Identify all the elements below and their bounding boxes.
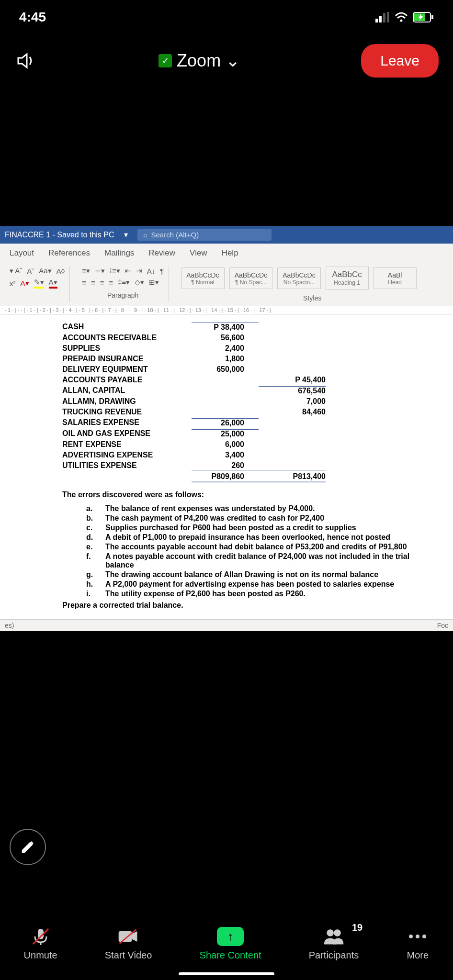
word-titlebar: FINACCRE 1 - Saved to this PC ▾ ⌕ Search… [0, 226, 453, 244]
trial-row: ALLAN, CAPITAL676,540 [62, 385, 415, 396]
meeting-controls: Unmute Start Video ↑ Share Content 19 Pa… [0, 917, 453, 980]
participants-count: 19 [352, 922, 362, 933]
more-button[interactable]: More [406, 927, 429, 961]
bullets-icon[interactable]: ≡▾ [82, 267, 90, 275]
doc-title: FINACCRE 1 - Saved to this PC [5, 231, 114, 239]
styles-group: AaBbCcDc¶ NormalAaBbCcDc¶ No Spac...AaBb… [176, 267, 448, 302]
svg-rect-11 [119, 931, 132, 942]
document-body[interactable]: CASHP 38,400ACCOUNTS RECEIVABLE56,600SUP… [0, 314, 453, 619]
trial-row: RENT EXPENSE6,000 [62, 439, 415, 450]
trial-row: CASHP 38,400 [62, 322, 415, 333]
prepare-instruction: Prepare a corrected trial balance. [62, 601, 415, 610]
font-group: ▾ Aˆ A˘ Aa▾ A◊ x² A▾ ✎▾ A▾ [5, 267, 70, 302]
borders-icon[interactable]: ⊞▾ [149, 278, 159, 287]
start-video-button[interactable]: Start Video [105, 927, 152, 961]
error-list: a.The balance of rent expenses was under… [86, 504, 415, 599]
svg-point-17 [422, 935, 426, 938]
wifi-icon [395, 12, 408, 22]
paragraph-mark-icon[interactable]: ¶ [160, 267, 164, 275]
more-label: More [407, 950, 429, 961]
font-color2-icon[interactable]: A▾ [49, 278, 57, 289]
unmute-label: Unmute [24, 950, 57, 961]
tab-layout[interactable]: Layout [10, 248, 34, 258]
indent-dec-icon[interactable]: ⇤ [125, 267, 131, 275]
search-input[interactable]: ⌕ Search (Alt+Q) [137, 229, 272, 241]
font-shrink-icon[interactable]: A˘ [27, 267, 34, 275]
participants-icon [322, 927, 345, 946]
chevron-down-icon: ⌄ [226, 51, 240, 71]
trial-row: ADVERTISING EXPENSE3,400 [62, 450, 415, 460]
participants-button[interactable]: 19 Participants [309, 927, 359, 961]
word-status-bar: es) Foc [0, 619, 453, 631]
total-debit: P809,860 [192, 472, 259, 482]
tab-view[interactable]: View [190, 248, 207, 258]
ruler[interactable]: · 1 · | · · | · 1 · | · 2 · | · 3 · | · … [0, 306, 453, 314]
error-item: d.A debit of P1,000 to prepaid insurance… [86, 533, 415, 542]
clear-format-icon[interactable]: A◊ [57, 267, 65, 275]
align-center-icon[interactable]: ≡ [91, 278, 95, 287]
share-up-icon: ↑ [217, 927, 244, 946]
multilevel-icon[interactable]: ⁞≡▾ [110, 267, 120, 275]
total-credit: P813,400 [259, 472, 326, 482]
line-spacing-icon[interactable]: ‡≡▾ [118, 278, 130, 287]
trial-row: SUPPLIES2,400 [62, 343, 415, 354]
svg-point-4 [400, 20, 403, 22]
paragraph-group: ≡▾ ≣▾ ⁞≡▾ ⇤ ⇥ A↓ ¶ ≡ ≡ ≡ ≡ ‡≡▾ ◇▾ ⊞▾ Par… [77, 267, 169, 302]
style-option[interactable]: AaBbCcDc¶ Normal [181, 267, 224, 289]
numbering-icon[interactable]: ≣▾ [95, 267, 105, 275]
tab-help[interactable]: Help [222, 248, 238, 258]
leave-button[interactable]: Leave [361, 44, 439, 78]
font-grow-icon[interactable]: ▾ Aˆ [10, 267, 22, 275]
share-content-button[interactable]: ↑ Share Content [200, 927, 261, 961]
signal-icon [375, 12, 390, 22]
style-option[interactable]: AaBlHead [374, 267, 417, 289]
error-item: h.A P2,000 payment for advertising expen… [86, 579, 415, 589]
participants-label: Participants [309, 950, 359, 961]
trial-row: ALLAMN, DRAWING7,000 [62, 396, 415, 407]
shading-icon[interactable]: ◇▾ [135, 278, 144, 287]
superscript-icon[interactable]: x² [10, 279, 16, 288]
status-time: 4:45 [19, 10, 46, 25]
title-dropdown-icon[interactable]: ▾ [124, 230, 128, 239]
home-indicator[interactable] [179, 972, 274, 975]
unmute-button[interactable]: Unmute [24, 927, 57, 961]
search-icon: ⌕ [143, 231, 147, 239]
annotate-button[interactable] [10, 829, 46, 865]
tab-references[interactable]: References [48, 248, 90, 258]
zoom-title-container[interactable]: ✓ Zoom ⌄ [159, 51, 240, 71]
justify-icon[interactable]: ≡ [109, 278, 113, 287]
align-right-icon[interactable]: ≡ [100, 278, 104, 287]
trial-row: TRUCKING REVENUE84,460 [62, 407, 415, 417]
sort-icon[interactable]: A↓ [147, 267, 156, 275]
svg-point-16 [416, 935, 419, 938]
svg-rect-3 [387, 12, 389, 22]
style-option[interactable]: AaBbCcDcNo Spacin... [277, 267, 320, 289]
svg-point-14 [334, 929, 341, 936]
status-icons [375, 12, 434, 22]
error-item: i.The utility expense of P2,600 has been… [86, 589, 415, 599]
tab-review[interactable]: Review [148, 248, 175, 258]
word-app: FINACCRE 1 - Saved to this PC ▾ ⌕ Search… [0, 226, 453, 631]
style-option[interactable]: AaBbCcHeading 1 [326, 267, 369, 290]
tab-mailings[interactable]: Mailings [104, 248, 134, 258]
indent-inc-icon[interactable]: ⇥ [136, 267, 142, 275]
font-color-icon[interactable]: A▾ [21, 279, 29, 288]
totals-row: P809,860 P813,400 [62, 471, 415, 483]
start-video-label: Start Video [105, 950, 152, 961]
status-left: es) [5, 622, 14, 629]
zoom-header: ✓ Zoom ⌄ Leave [0, 34, 453, 87]
align-left-icon[interactable]: ≡ [82, 278, 86, 287]
ribbon-tabs: Layout References Mailings Review View H… [0, 244, 453, 263]
speaker-icon[interactable] [14, 49, 37, 72]
styles-label: Styles [181, 292, 443, 302]
change-case-icon[interactable]: Aa▾ [39, 267, 51, 275]
paragraph-label: Paragraph [82, 290, 164, 299]
style-option[interactable]: AaBbCcDc¶ No Spac... [229, 267, 272, 289]
error-item: a.The balance of rent expenses was under… [86, 504, 415, 513]
trial-balance-table: CASHP 38,400ACCOUNTS RECEIVABLE56,600SUP… [62, 322, 415, 471]
trial-row: DELIVERY EQUIPMENT650,000 [62, 364, 415, 375]
shared-screen-black-bottom [0, 631, 453, 832]
highlight-icon[interactable]: ✎▾ [34, 278, 44, 289]
search-placeholder: Search (Alt+Q) [151, 231, 199, 239]
error-item: f.A notes payable account with credit ba… [86, 552, 415, 570]
